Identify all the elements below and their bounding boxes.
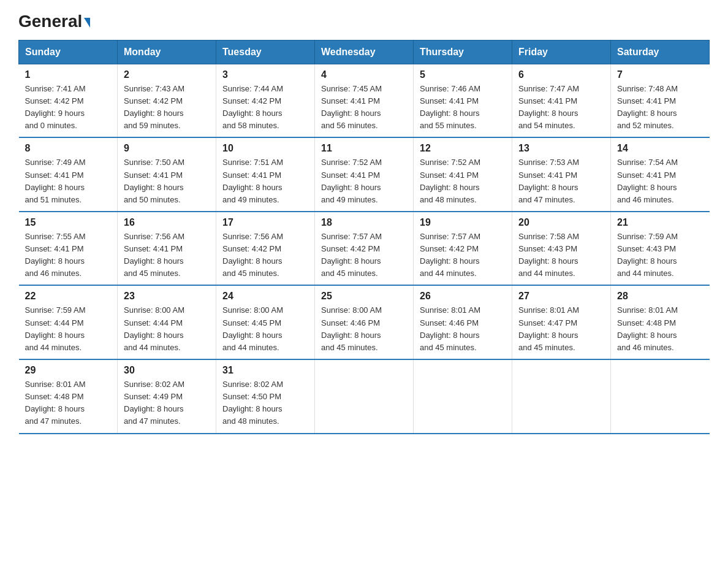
day-number: 29 bbox=[25, 365, 112, 376]
day-info: Sunrise: 7:53 AMSunset: 4:41 PMDaylight:… bbox=[518, 156, 604, 206]
calendar-cell: 22 Sunrise: 7:59 AMSunset: 4:44 PMDaylig… bbox=[19, 285, 118, 359]
calendar-cell: 8 Sunrise: 7:49 AMSunset: 4:41 PMDayligh… bbox=[19, 137, 118, 212]
day-info: Sunrise: 7:46 AMSunset: 4:41 PMDaylight:… bbox=[420, 83, 506, 132]
day-info: Sunrise: 7:52 AMSunset: 4:41 PMDaylight:… bbox=[321, 156, 407, 206]
day-info: Sunrise: 7:49 AMSunset: 4:41 PMDaylight:… bbox=[25, 156, 112, 206]
day-info: Sunrise: 7:57 AMSunset: 4:42 PMDaylight:… bbox=[420, 231, 506, 280]
calendar-cell: 19 Sunrise: 7:57 AMSunset: 4:42 PMDaylig… bbox=[414, 212, 512, 286]
page-header: General bbox=[18, 12, 710, 29]
logo-name: General bbox=[18, 12, 90, 31]
day-info: Sunrise: 8:00 AMSunset: 4:44 PMDaylight:… bbox=[124, 304, 210, 354]
calendar-cell bbox=[611, 359, 710, 434]
day-number: 5 bbox=[420, 69, 506, 80]
calendar-cell: 18 Sunrise: 7:57 AMSunset: 4:42 PMDaylig… bbox=[315, 212, 414, 286]
day-number: 20 bbox=[518, 217, 604, 228]
calendar-cell: 5 Sunrise: 7:46 AMSunset: 4:41 PMDayligh… bbox=[414, 64, 512, 137]
weekday-header-row: SundayMondayTuesdayWednesdayThursdayFrid… bbox=[19, 40, 710, 64]
calendar-cell bbox=[315, 359, 414, 434]
day-info: Sunrise: 8:02 AMSunset: 4:50 PMDaylight:… bbox=[222, 378, 308, 428]
calendar-week-row: 22 Sunrise: 7:59 AMSunset: 4:44 PMDaylig… bbox=[19, 285, 710, 359]
calendar-cell: 9 Sunrise: 7:50 AMSunset: 4:41 PMDayligh… bbox=[118, 137, 216, 212]
calendar-cell: 28 Sunrise: 8:01 AMSunset: 4:48 PMDaylig… bbox=[611, 285, 710, 359]
day-number: 25 bbox=[321, 291, 407, 302]
weekday-header-saturday: Saturday bbox=[611, 40, 710, 64]
calendar-cell: 24 Sunrise: 8:00 AMSunset: 4:45 PMDaylig… bbox=[216, 285, 315, 359]
day-number: 22 bbox=[25, 291, 112, 302]
day-info: Sunrise: 8:01 AMSunset: 4:46 PMDaylight:… bbox=[420, 304, 506, 354]
calendar-cell: 21 Sunrise: 7:59 AMSunset: 4:43 PMDaylig… bbox=[611, 212, 710, 286]
day-number: 6 bbox=[518, 69, 604, 80]
calendar-week-row: 1 Sunrise: 7:41 AMSunset: 4:42 PMDayligh… bbox=[19, 64, 710, 137]
day-info: Sunrise: 7:59 AMSunset: 4:43 PMDaylight:… bbox=[617, 231, 703, 280]
day-info: Sunrise: 7:54 AMSunset: 4:41 PMDaylight:… bbox=[617, 156, 703, 206]
weekday-header-sunday: Sunday bbox=[19, 40, 118, 64]
day-number: 18 bbox=[321, 217, 407, 228]
calendar-cell: 6 Sunrise: 7:47 AMSunset: 4:41 PMDayligh… bbox=[512, 64, 611, 137]
weekday-header-friday: Friday bbox=[512, 40, 611, 64]
day-number: 8 bbox=[25, 143, 112, 154]
day-number: 2 bbox=[124, 69, 210, 80]
calendar-cell: 25 Sunrise: 8:00 AMSunset: 4:46 PMDaylig… bbox=[315, 285, 414, 359]
weekday-header-tuesday: Tuesday bbox=[216, 40, 315, 64]
day-number: 27 bbox=[518, 291, 604, 302]
day-info: Sunrise: 7:56 AMSunset: 4:41 PMDaylight:… bbox=[124, 231, 210, 280]
day-info: Sunrise: 8:01 AMSunset: 4:48 PMDaylight:… bbox=[617, 304, 703, 354]
calendar-cell: 14 Sunrise: 7:54 AMSunset: 4:41 PMDaylig… bbox=[611, 137, 710, 212]
day-info: Sunrise: 7:57 AMSunset: 4:42 PMDaylight:… bbox=[321, 231, 407, 280]
day-number: 10 bbox=[222, 143, 308, 154]
day-info: Sunrise: 8:01 AMSunset: 4:47 PMDaylight:… bbox=[518, 304, 604, 354]
weekday-header-thursday: Thursday bbox=[414, 40, 512, 64]
day-number: 11 bbox=[321, 143, 407, 154]
day-number: 17 bbox=[222, 217, 308, 228]
day-info: Sunrise: 7:48 AMSunset: 4:41 PMDaylight:… bbox=[617, 83, 703, 132]
calendar-cell: 2 Sunrise: 7:43 AMSunset: 4:42 PMDayligh… bbox=[118, 64, 216, 137]
calendar-cell: 29 Sunrise: 8:01 AMSunset: 4:48 PMDaylig… bbox=[19, 359, 118, 434]
day-number: 15 bbox=[25, 217, 112, 228]
day-number: 24 bbox=[222, 291, 308, 302]
calendar-cell: 12 Sunrise: 7:52 AMSunset: 4:41 PMDaylig… bbox=[414, 137, 512, 212]
calendar-cell: 27 Sunrise: 8:01 AMSunset: 4:47 PMDaylig… bbox=[512, 285, 611, 359]
day-info: Sunrise: 7:52 AMSunset: 4:41 PMDaylight:… bbox=[420, 156, 506, 206]
day-info: Sunrise: 7:58 AMSunset: 4:43 PMDaylight:… bbox=[518, 231, 604, 280]
day-number: 19 bbox=[420, 217, 506, 228]
calendar-cell: 20 Sunrise: 7:58 AMSunset: 4:43 PMDaylig… bbox=[512, 212, 611, 286]
day-info: Sunrise: 7:50 AMSunset: 4:41 PMDaylight:… bbox=[124, 156, 210, 206]
day-number: 16 bbox=[124, 217, 210, 228]
day-info: Sunrise: 7:51 AMSunset: 4:41 PMDaylight:… bbox=[222, 156, 308, 206]
day-number: 23 bbox=[124, 291, 210, 302]
calendar-cell: 30 Sunrise: 8:02 AMSunset: 4:49 PMDaylig… bbox=[118, 359, 216, 434]
weekday-header-monday: Monday bbox=[118, 40, 216, 64]
weekday-header-wednesday: Wednesday bbox=[315, 40, 414, 64]
calendar-table: SundayMondayTuesdayWednesdayThursdayFrid… bbox=[18, 40, 710, 434]
calendar-cell: 10 Sunrise: 7:51 AMSunset: 4:41 PMDaylig… bbox=[216, 137, 315, 212]
calendar-cell: 1 Sunrise: 7:41 AMSunset: 4:42 PMDayligh… bbox=[19, 64, 118, 137]
calendar-cell: 31 Sunrise: 8:02 AMSunset: 4:50 PMDaylig… bbox=[216, 359, 315, 434]
day-info: Sunrise: 7:59 AMSunset: 4:44 PMDaylight:… bbox=[25, 304, 112, 354]
day-number: 30 bbox=[124, 365, 210, 376]
calendar-cell: 23 Sunrise: 8:00 AMSunset: 4:44 PMDaylig… bbox=[118, 285, 216, 359]
calendar-cell: 11 Sunrise: 7:52 AMSunset: 4:41 PMDaylig… bbox=[315, 137, 414, 212]
calendar-cell: 4 Sunrise: 7:45 AMSunset: 4:41 PMDayligh… bbox=[315, 64, 414, 137]
calendar-header: SundayMondayTuesdayWednesdayThursdayFrid… bbox=[19, 40, 710, 64]
calendar-week-row: 15 Sunrise: 7:55 AMSunset: 4:41 PMDaylig… bbox=[19, 212, 710, 286]
day-number: 31 bbox=[222, 365, 308, 376]
calendar-cell: 15 Sunrise: 7:55 AMSunset: 4:41 PMDaylig… bbox=[19, 212, 118, 286]
calendar-cell: 16 Sunrise: 7:56 AMSunset: 4:41 PMDaylig… bbox=[118, 212, 216, 286]
day-info: Sunrise: 8:00 AMSunset: 4:45 PMDaylight:… bbox=[222, 304, 308, 354]
calendar-cell: 7 Sunrise: 7:48 AMSunset: 4:41 PMDayligh… bbox=[611, 64, 710, 137]
day-number: 13 bbox=[518, 143, 604, 154]
day-number: 9 bbox=[124, 143, 210, 154]
day-info: Sunrise: 7:56 AMSunset: 4:42 PMDaylight:… bbox=[222, 231, 308, 280]
day-number: 14 bbox=[617, 143, 703, 154]
day-number: 28 bbox=[617, 291, 703, 302]
calendar-cell: 3 Sunrise: 7:44 AMSunset: 4:42 PMDayligh… bbox=[216, 64, 315, 137]
day-info: Sunrise: 7:43 AMSunset: 4:42 PMDaylight:… bbox=[124, 83, 210, 132]
day-number: 21 bbox=[617, 217, 703, 228]
calendar-week-row: 8 Sunrise: 7:49 AMSunset: 4:41 PMDayligh… bbox=[19, 137, 710, 212]
logo: General bbox=[18, 12, 90, 29]
calendar-cell: 13 Sunrise: 7:53 AMSunset: 4:41 PMDaylig… bbox=[512, 137, 611, 212]
day-info: Sunrise: 7:44 AMSunset: 4:42 PMDaylight:… bbox=[222, 83, 308, 132]
day-number: 26 bbox=[420, 291, 506, 302]
calendar-week-row: 29 Sunrise: 8:01 AMSunset: 4:48 PMDaylig… bbox=[19, 359, 710, 434]
calendar-cell bbox=[414, 359, 512, 434]
